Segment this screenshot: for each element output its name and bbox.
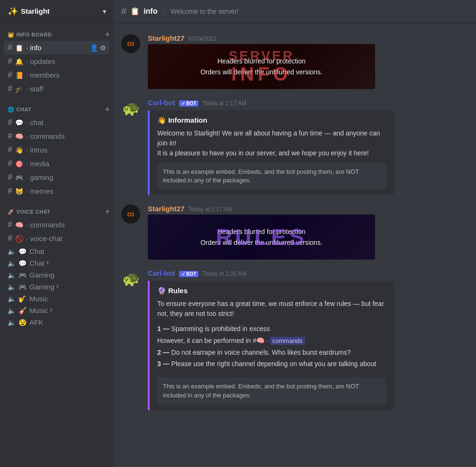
voice-channel-afk[interactable]: 🔈 😵 AFK <box>4 316 110 328</box>
rule-3: 3 — Please use the right channel dependi… <box>157 359 386 369</box>
embed-note-information: This is an example embed. Embeds, and th… <box>157 163 386 189</box>
channel-emoji-vc-commands: 🧠 <box>15 221 23 229</box>
channel-name-vc-commands: · commands <box>26 221 106 229</box>
hash-icon: # <box>8 145 12 155</box>
speaker-icon: 🔈 <box>8 283 16 291</box>
commands-channel-icon: 🧠 <box>256 337 264 344</box>
channel-item-commands[interactable]: # 🧠 · commands <box>4 129 110 143</box>
avatar-starlight27-2: ∞ <box>121 205 140 224</box>
channel-item-updates[interactable]: # 🔔 · updates <box>4 54 110 68</box>
hash-icon: # <box>8 159 12 169</box>
rules-text: RULES <box>216 224 307 250</box>
channel-item-info[interactable]: # 📋 · info 👤 ⚙ <box>4 41 110 54</box>
rules-image: RULES Headers blurred for protectionOrde… <box>148 215 375 260</box>
channel-name-voice-chat: · voice-chat <box>26 234 106 242</box>
channel-item-media[interactable]: # 🎯 · media <box>4 157 110 171</box>
category-voice-chat: 🚀 VOICE CHAT + # 🧠 · commands # 🚫 · voic… <box>0 200 114 330</box>
channel-item-memes[interactable]: # 😸 · memes <box>4 184 110 198</box>
chevron-down-icon[interactable]: ▾ <box>103 8 106 15</box>
header-channel-emoji: 📋 <box>130 7 140 16</box>
rule-2: 2 — Do not earrape in voice channels. Wh… <box>157 347 386 358</box>
header-hash-icon: # <box>121 6 126 17</box>
category-label-voice-chat: 🚀 VOICE CHAT <box>8 209 51 215</box>
speaker-icon: 🔈 <box>8 319 16 326</box>
channel-item-staff[interactable]: # 🎓 · staff <box>4 82 110 96</box>
channel-item-members[interactable]: # 📙 · members <box>4 68 110 82</box>
voice-name-chat2: Chat ² <box>29 259 106 267</box>
channel-emoji-staff: 🎓 <box>15 85 23 93</box>
username-carlbot-1: Carl-bot <box>148 99 175 107</box>
speaker-icon: 🔈 <box>8 260 16 267</box>
embed-title-information: 👋 Information <box>157 116 386 125</box>
invite-icon[interactable]: 👤 <box>90 44 98 52</box>
category-header-info-board[interactable]: 👑 INFO BOARD + <box>0 30 114 41</box>
embed-note-rules: This is an example embed. Embeds, and th… <box>157 377 386 404</box>
header-topic: Welcome to the server! <box>171 8 239 15</box>
voice-channel-music2[interactable]: 🔈 🎸 Music ² <box>4 305 110 316</box>
embed-information: 👋 Information Welcome to Starlight! We a… <box>148 110 394 195</box>
voice-name-chat: Chat <box>29 247 106 255</box>
timestamp-4: Today at 1:20 AM <box>202 270 246 277</box>
hash-icon: # <box>8 186 12 196</box>
category-info-board: 👑 INFO BOARD + # 📋 · info 👤 ⚙ # 🔔 · upda… <box>0 23 114 98</box>
embed-description-rules: To ensure everyone has a great time, we … <box>157 299 386 319</box>
hash-icon: # <box>8 117 12 127</box>
message-header-1: Starlight27 07/24/2021 <box>148 34 468 42</box>
category-chat: 🌐 CHAT + # 💬 · chat # 🧠 · commands # 👋 ·… <box>0 98 114 200</box>
voice-name-gaming: Gaming <box>29 271 106 279</box>
voice-channel-music[interactable]: 🔈 🎷 Music <box>4 293 110 305</box>
header-divider: | <box>163 8 165 15</box>
settings-icon[interactable]: ⚙ <box>100 44 106 52</box>
server-name-label: Starlight <box>21 7 50 15</box>
messages-area[interactable]: ∞ Starlight27 07/24/2021 SERVER INFO Hea… <box>114 23 476 467</box>
channel-emoji-voice-chat: 🚫 <box>15 235 23 242</box>
message-header-4: Carl-bot ✓ BOT Today at 1:20 AM <box>148 269 468 277</box>
channel-emoji-commands: 🧠 <box>15 133 23 140</box>
message-content-1: Starlight27 07/24/2021 SERVER INFO Heade… <box>148 34 468 89</box>
hash-icon: # <box>8 234 12 243</box>
voice-name-music2: Music ² <box>29 306 106 314</box>
voice-emoji-music2: 🎸 <box>18 307 27 314</box>
message-group-1: ∞ Starlight27 07/24/2021 SERVER INFO Hea… <box>114 30 476 93</box>
rule-3-num: 3 — <box>157 360 170 368</box>
voice-channel-chat[interactable]: 🔈 💬 Chat <box>4 245 110 257</box>
server-header[interactable]: ✨ Starlight ▾ <box>0 0 114 23</box>
avatar-carlbot-1: 🐢 <box>121 99 140 117</box>
channel-item-intros[interactable]: # 👋 · intros <box>4 143 110 157</box>
voice-name-afk: AFK <box>29 318 106 326</box>
rule-2-num: 2 — <box>157 349 170 356</box>
commands-highlight: commands <box>270 337 305 345</box>
message-header-2: Carl-bot ✓ BOT Today at 1:17 AM <box>148 99 468 107</box>
avatar-starlight27-1: ∞ <box>121 34 140 53</box>
channel-item-gaming[interactable]: # 🎮 · gaming <box>4 171 110 184</box>
channel-emoji-intros: 👋 <box>15 146 23 154</box>
channel-emoji-updates: 🔔 <box>15 58 23 65</box>
category-icon-info-board: 👑 <box>8 32 15 38</box>
voice-channel-gaming2[interactable]: 🔈 🎮 Gaming ² <box>4 281 110 293</box>
rule-1-extra: However, it can be performed in #🧠 · com… <box>157 335 386 346</box>
category-icon-chat: 🌐 <box>8 107 15 113</box>
channel-name-chat: · chat <box>26 118 106 126</box>
channel-emoji-info: 📋 <box>15 44 23 52</box>
channel-item-voice-chat[interactable]: # 🚫 · voice-chat <box>4 232 110 245</box>
voice-name-gaming2: Gaming ² <box>29 283 106 291</box>
bot-badge-2: ✓ BOT <box>179 271 199 277</box>
add-channel-chat[interactable]: + <box>105 105 110 114</box>
server-text-server: SERVER <box>229 48 295 63</box>
image-text-layer: SERVER INFO <box>229 48 295 85</box>
add-channel-info-board[interactable]: + <box>105 30 110 39</box>
embed-rules: 🔮 Rules To ensure everyone has a great t… <box>148 281 394 410</box>
channel-name-info: · info <box>26 44 87 52</box>
channel-name-gaming: · gaming <box>26 173 106 181</box>
channel-item-chat[interactable]: # 💬 · chat <box>4 116 110 129</box>
voice-channel-gaming[interactable]: 🔈 🎮 Gaming <box>4 269 110 281</box>
voice-emoji-chat: 💬 <box>18 248 27 255</box>
rule-1: 1 — Spamming is prohibited in excess <box>157 323 386 334</box>
voice-channel-chat2[interactable]: 🔈 💬 Chat ² <box>4 257 110 269</box>
add-channel-voice-chat[interactable]: + <box>105 207 110 216</box>
channel-item-vc-commands[interactable]: # 🧠 · commands <box>4 218 110 232</box>
category-header-chat[interactable]: 🌐 CHAT + <box>0 105 114 116</box>
hash-icon: # <box>8 70 12 80</box>
server-text-info: INFO <box>229 63 295 85</box>
category-header-voice-chat[interactable]: 🚀 VOICE CHAT + <box>0 207 114 218</box>
